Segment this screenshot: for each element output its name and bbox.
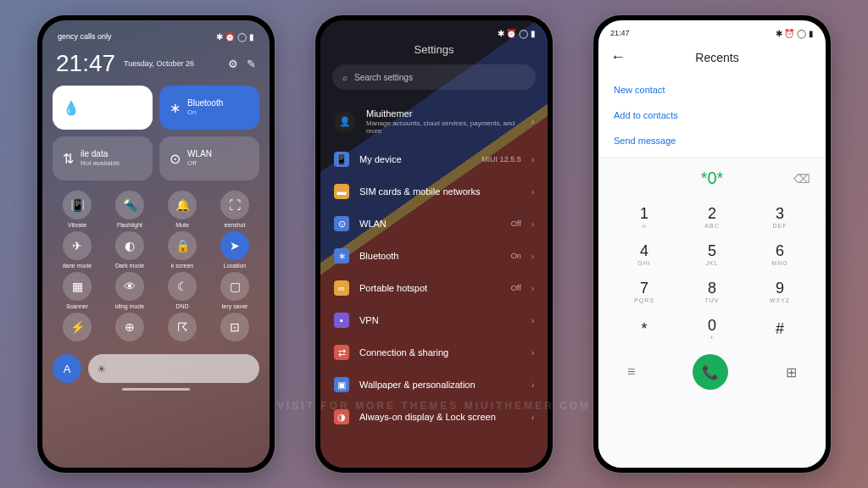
chevron-right-icon: › [531, 316, 534, 325]
chevron-right-icon: › [531, 252, 534, 261]
status-bar: gency calls only ✱ ⏰ ◯ ▮ [53, 29, 259, 45]
status-left: gency calls only [58, 32, 112, 42]
toggle-Location[interactable]: ➤Location [212, 231, 258, 269]
dial-key-9[interactable]: 9WXYZ [746, 273, 814, 310]
phone-settings: ✱ ⏰ ◯ ▮ Settings ⌕ Search settings 👤 Miu… [315, 15, 553, 473]
status-icons: ✱ ⏰ ◯ ▮ [216, 32, 254, 42]
search-icon: ⌕ [342, 73, 348, 82]
settings-item[interactable]: 📱My deviceMIUI 12.5.5› [320, 143, 548, 175]
link[interactable]: Add to contacts [614, 110, 810, 120]
home-indicator[interactable] [122, 388, 190, 391]
dialpad: *0* ⌫ 1∞2ABC3DEF4GHI5JKL6MNO7PQRS8TUV9WX… [598, 158, 826, 468]
link[interactable]: New contact [614, 85, 810, 95]
chevron-right-icon: › [531, 284, 534, 293]
dial-key-*[interactable]: * [610, 310, 678, 347]
toggle-eenshot[interactable]: ⛶eenshot [212, 191, 258, 228]
settings-list: 👤 MiuithemerManage accounts, cloud servi… [320, 100, 548, 468]
auto-brightness-button[interactable]: A [53, 354, 81, 383]
phone-control-center: gency calls only ✱ ⏰ ◯ ▮ 21:47 Tuesday, … [37, 15, 275, 473]
dial-key-8[interactable]: 8TUV [678, 273, 746, 310]
toggle-blank[interactable]: ⊕ [107, 313, 153, 344]
bluetooth-icon: ∗ [170, 100, 181, 116]
toggle-grid: 📳Vibrate🔦Flashlight🔔Mute⛶eenshot✈ilane m… [53, 187, 259, 347]
dial-key-2[interactable]: 2ABC [678, 198, 746, 236]
toggle-DND[interactable]: ☾DND [159, 272, 205, 309]
backspace-icon[interactable]: ⌫ [793, 172, 810, 186]
dial-key-#[interactable]: # [746, 310, 814, 347]
dial-key-4[interactable]: 4GHI [610, 236, 678, 273]
wifi-icon: ⊙ [170, 151, 181, 167]
chevron-right-icon: › [531, 187, 534, 197]
clock-row: 21:47 Tuesday, October 26 ⚙ ✎ [53, 45, 259, 86]
edit-icon[interactable]: ✎ [247, 58, 256, 70]
toggle-ilane mode[interactable]: ✈ilane mode [54, 231, 100, 269]
dial-key-6[interactable]: 6MNO [746, 236, 814, 273]
toggle-blank[interactable]: ⚡ [54, 313, 100, 344]
settings-item[interactable]: ▪VPN› [320, 304, 548, 336]
dial-key-0[interactable]: 0+ [678, 310, 746, 347]
toggle-blank[interactable]: ☈ [159, 313, 205, 344]
dial-key-3[interactable]: 3DEF [746, 198, 814, 236]
call-button[interactable]: 📞 [693, 354, 728, 390]
settings-icon[interactable]: ⚙ [228, 58, 238, 70]
tile-water[interactable]: 💧 [53, 86, 153, 130]
chevron-right-icon: › [531, 117, 534, 126]
toggle-Scanner[interactable]: ▦Scanner [54, 272, 100, 309]
drop-icon: 💧 [63, 100, 80, 116]
settings-item[interactable]: ∞Portable hotspotOff› [320, 272, 548, 304]
dial-key-5[interactable]: 5JKL [678, 236, 746, 273]
settings-title: Settings [320, 42, 548, 64]
settings-item[interactable]: ⇄Connection & sharing› [320, 336, 548, 369]
toggle-tery saver[interactable]: ▢tery saver [212, 272, 258, 309]
dial-key-1[interactable]: 1∞ [610, 198, 678, 236]
toggle-k screen[interactable]: 🔒k screen [159, 231, 205, 269]
status-bar: 21:47✱ ⏰ ◯ ▮ [598, 20, 826, 42]
time: 21:47 [56, 50, 115, 77]
search-input[interactable]: ⌕ Search settings [332, 64, 536, 90]
toggle-blank[interactable]: ⊡ [212, 313, 258, 344]
phone-dialer: 21:47✱ ⏰ ◯ ▮ ← Recents New contactAdd to… [593, 15, 831, 473]
settings-item[interactable]: ▣Wallpaper & personalization› [320, 369, 548, 401]
toggle-iding mode[interactable]: 👁iding mode [107, 272, 153, 309]
dialpad-icon[interactable]: ⊞ [786, 364, 797, 380]
chevron-right-icon: › [531, 380, 534, 390]
date: Tuesday, October 26 [124, 59, 220, 68]
action-links: New contactAdd to contactsSend message [598, 73, 826, 158]
settings-item[interactable]: ∗BluetoothOn› [320, 240, 548, 272]
tile-bluetooth[interactable]: ∗ BluetoothOn [159, 86, 259, 130]
settings-account[interactable]: 👤 MiuithemerManage accounts, cloud servi… [320, 100, 548, 143]
toggle-Mute[interactable]: 🔔Mute [159, 191, 205, 228]
chevron-right-icon: › [531, 219, 534, 229]
settings-item[interactable]: ▬SIM cards & mobile networks› [320, 175, 548, 208]
settings-item[interactable]: ◑Always-on display & Lock screen› [320, 401, 548, 433]
dialed-number: *0* [701, 169, 724, 188]
menu-icon[interactable]: ≡ [627, 364, 635, 380]
brightness-slider[interactable] [88, 354, 259, 383]
settings-item[interactable]: ⊙WLANOff› [320, 208, 548, 240]
recents-title: Recents [620, 51, 814, 64]
dial-key-7[interactable]: 7PQRS [610, 273, 678, 310]
chevron-right-icon: › [531, 413, 534, 422]
chevron-right-icon: › [531, 348, 534, 358]
toggle-Dark mode[interactable]: ◐Dark mode [107, 231, 153, 269]
data-icon: ⇅ [63, 151, 74, 167]
toggle-Flashlight[interactable]: 🔦Flashlight [107, 191, 153, 228]
toggle-Vibrate[interactable]: 📳Vibrate [54, 191, 100, 228]
tile-wlan[interactable]: ⊙ WLANOff [159, 136, 259, 180]
link[interactable]: Send message [614, 136, 810, 146]
tile-data[interactable]: ⇅ ile dataNot available [53, 136, 153, 180]
chevron-right-icon: › [531, 155, 534, 164]
status-bar: ✱ ⏰ ◯ ▮ [320, 20, 548, 42]
